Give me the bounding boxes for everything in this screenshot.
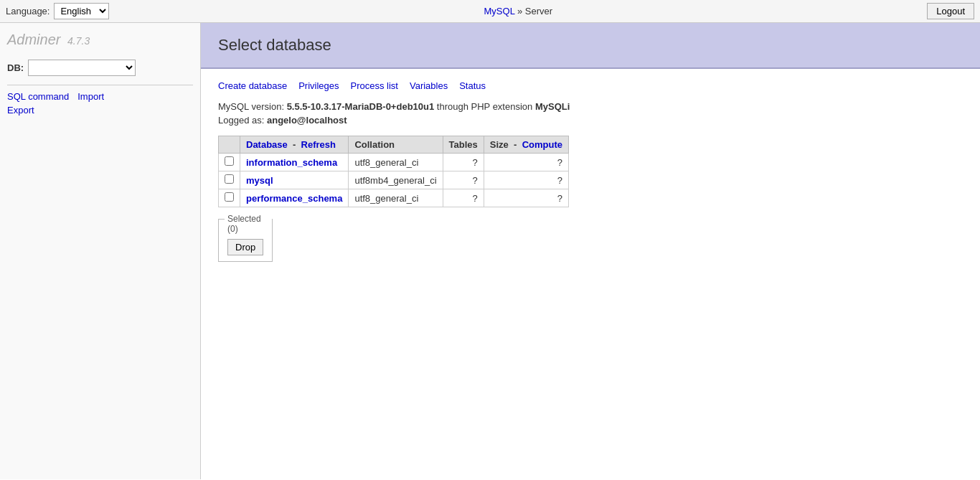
process-list-link[interactable]: Process list xyxy=(350,80,397,91)
col-size: Size - Compute xyxy=(484,136,568,154)
db-size-cell-2: ? xyxy=(484,189,568,207)
status-link[interactable]: Status xyxy=(459,80,486,91)
action-links: Create database Privileges Process list … xyxy=(218,80,963,91)
db-size-cell-0: ? xyxy=(484,154,568,171)
col-tables: Tables xyxy=(443,136,484,154)
sidebar-links: SQL command Import Export xyxy=(7,91,193,116)
app-title: Adminer 4.7.3 xyxy=(7,32,193,48)
create-database-link[interactable]: Create database xyxy=(218,80,287,91)
table-row: performance_schema utf8_general_ci ? ? xyxy=(219,189,569,207)
export-link[interactable]: Export xyxy=(7,105,34,116)
logged-as-line: Logged as: angelo@localhost xyxy=(218,115,963,126)
db-tables-cell-2: ? xyxy=(443,189,484,207)
php-label: through PHP extension xyxy=(437,101,532,112)
logout-button[interactable]: Logout xyxy=(927,3,974,19)
db-size-cell-1: ? xyxy=(484,171,568,189)
db-tables-cell-0: ? xyxy=(443,154,484,171)
sidebar-link-row-2: Export xyxy=(7,105,193,116)
breadcrumb-server: Server xyxy=(525,6,552,17)
info-section: MySQL version: 5.5.5-10.3.17-MariaDB-0+d… xyxy=(218,101,963,126)
sidebar-divider xyxy=(7,85,193,85)
db-collation-cell-2: utf8_general_ci xyxy=(349,189,443,207)
logged-as-user: angelo@localhost xyxy=(267,115,347,126)
col-collation: Collation xyxy=(349,136,443,154)
database-table-body: information_schema utf8_general_ci ? ? m… xyxy=(219,154,569,207)
import-link[interactable]: Import xyxy=(77,91,104,102)
db-name-cell-2: performance_schema xyxy=(240,189,349,207)
db-row: DB: xyxy=(7,60,193,76)
top-left: Language: English Czech German French Sp… xyxy=(6,3,109,19)
table-header-row: Database - Refresh Collation Tables Size… xyxy=(219,136,569,154)
table-row: mysql utf8mb4_general_ci ? ? xyxy=(219,171,569,189)
table-row: information_schema utf8_general_ci ? ? xyxy=(219,154,569,171)
main-content: Create database Privileges Process list … xyxy=(201,69,980,273)
col-checkbox xyxy=(219,136,240,154)
db-name-cell-0: information_schema xyxy=(240,154,349,171)
sql-command-link[interactable]: SQL command xyxy=(7,91,69,102)
refresh-link[interactable]: Refresh xyxy=(301,139,336,150)
db-label: DB: xyxy=(7,62,24,73)
db-tables-cell-1: ? xyxy=(443,171,484,189)
row-checkbox-0 xyxy=(219,154,240,171)
selected-legend: Selected (0) xyxy=(225,214,272,234)
top-bar: Language: English Czech German French Sp… xyxy=(0,0,980,23)
sidebar-link-row-1: SQL command Import xyxy=(7,91,193,102)
layout: Adminer 4.7.3 DB: SQL command Import Exp… xyxy=(0,23,980,479)
row-checkbox-1 xyxy=(219,171,240,189)
compute-link[interactable]: Compute xyxy=(522,139,562,150)
drop-button[interactable]: Drop xyxy=(227,239,263,255)
main: Select database Create database Privileg… xyxy=(201,23,980,479)
db-checkbox-0[interactable] xyxy=(225,156,234,166)
mysql-version-value: 5.5.5-10.3.17-MariaDB-0+deb10u1 xyxy=(287,101,435,112)
db-checkbox-2[interactable] xyxy=(225,192,234,202)
language-label: Language: xyxy=(6,6,50,17)
db-checkbox-1[interactable] xyxy=(225,174,234,184)
language-select[interactable]: English Czech German French Spanish xyxy=(54,3,109,19)
db-name-cell-1: mysql xyxy=(240,171,349,189)
database-table: Database - Refresh Collation Tables Size… xyxy=(218,136,569,207)
col-database: Database - Refresh xyxy=(240,136,349,154)
selected-section: Selected (0) Drop xyxy=(218,219,273,262)
variables-link[interactable]: Variables xyxy=(410,80,448,91)
row-checkbox-2 xyxy=(219,189,240,207)
mysql-version-line: MySQL version: 5.5.5-10.3.17-MariaDB-0+d… xyxy=(218,101,963,112)
sidebar: Adminer 4.7.3 DB: SQL command Import Exp… xyxy=(0,23,201,479)
breadcrumb-sep: » xyxy=(514,6,524,17)
app-version: 4.7.3 xyxy=(67,35,90,47)
db-collation-cell-0: utf8_general_ci xyxy=(349,154,443,171)
db-link-2[interactable]: performance_schema xyxy=(246,193,342,204)
php-extension-value: MySQLi xyxy=(535,101,570,112)
database-sort-link[interactable]: Database xyxy=(246,139,290,150)
breadcrumb-mysql-link[interactable]: MySQL xyxy=(484,6,515,17)
page-header: Select database xyxy=(201,23,980,69)
db-link-0[interactable]: information_schema xyxy=(246,157,337,168)
page-title: Select database xyxy=(218,36,331,54)
logged-as-label: Logged as: xyxy=(218,115,264,126)
db-collation-cell-1: utf8mb4_general_ci xyxy=(349,171,443,189)
db-link-1[interactable]: mysql xyxy=(246,175,273,186)
db-select[interactable] xyxy=(28,60,136,76)
app-name: Adminer xyxy=(7,32,60,47)
mysql-version-label: MySQL version: xyxy=(218,101,284,112)
privileges-link[interactable]: Privileges xyxy=(298,80,339,91)
breadcrumb: MySQL » Server xyxy=(484,6,553,17)
